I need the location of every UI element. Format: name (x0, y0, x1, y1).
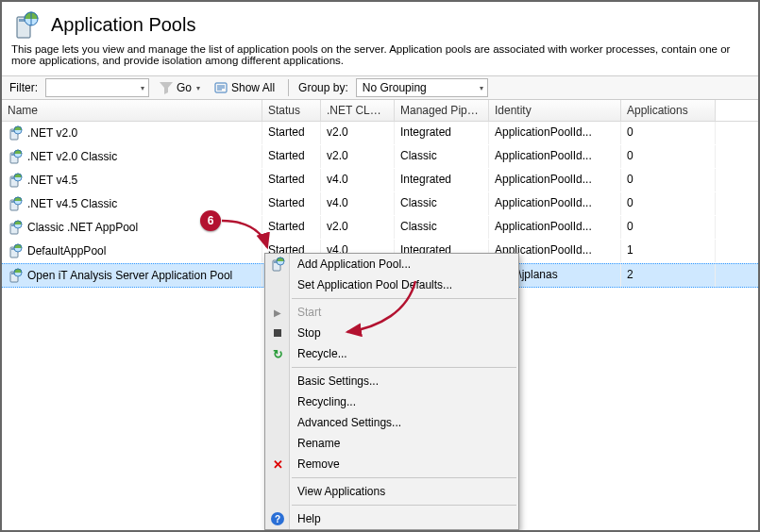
cell-clr: v2.0 (321, 145, 395, 168)
help-icon: ? (270, 511, 285, 526)
show-all-button[interactable]: Show All (210, 79, 279, 96)
col-header-name[interactable]: Name (2, 100, 262, 121)
cell-pipe: Classic (395, 192, 489, 215)
recycle-icon: ↻ (270, 346, 285, 361)
menu-item-advanced-settings[interactable]: Advanced Settings... (265, 412, 518, 433)
cell-apps: 1 (621, 240, 716, 262)
cell-name: .NET v4.5 Classic (27, 197, 117, 210)
show-all-icon (213, 80, 228, 95)
col-header-ident[interactable]: Identity (489, 100, 621, 121)
menu-item-start: ▶Start (265, 302, 518, 323)
menu-item-remove[interactable]: ✕Remove (265, 454, 518, 474)
cell-pipe: Integrated (395, 122, 489, 144)
cell-name: Open iT Analysis Server Application Pool (27, 269, 232, 282)
add-pool-icon (270, 257, 285, 272)
chevron-down-icon: ▾ (141, 84, 144, 92)
cell-name: DefaultAppPool (27, 244, 106, 258)
page-header: Application Pools (2, 2, 758, 43)
table-row[interactable]: .NET v4.5 ClassicStartedv4.0ClassicAppli… (2, 192, 758, 216)
play-icon: ▶ (270, 305, 285, 320)
menu-item-label: Set Application Pool Defaults... (297, 278, 452, 291)
funnel-icon (159, 80, 174, 95)
table-row[interactable]: .NET v2.0Startedv2.0IntegratedApplicatio… (2, 122, 758, 145)
context-menu: Add Application Pool...Set Application P… (264, 253, 519, 530)
cell-name: .NET v2.0 (27, 126, 77, 140)
menu-item-recycling[interactable]: Recycling... (265, 391, 518, 412)
menu-item-label: Add Application Pool... (297, 258, 411, 271)
cell-apps: 0 (621, 169, 716, 191)
grid-header-row: Name Status .NET CLR V... Managed Pipel.… (2, 100, 758, 122)
cell-status: Started (262, 122, 321, 144)
app-pool-icon (8, 243, 23, 258)
menu-item-set-application-pool-defaults[interactable]: Set Application Pool Defaults... (265, 274, 518, 295)
page-title: Application Pools (51, 14, 195, 36)
cell-apps: 2 (621, 264, 716, 287)
col-header-clr[interactable]: .NET CLR V... (321, 100, 395, 121)
cell-pipe: Classic (395, 145, 489, 168)
app-pools-header-icon (11, 9, 42, 40)
col-header-pipe[interactable]: Managed Pipel... (395, 100, 489, 121)
menu-item-label: Remove (297, 457, 340, 471)
cell-name: .NET v2.0 Classic (27, 150, 117, 163)
cell-clr: v2.0 (321, 216, 395, 239)
cell-clr: v4.0 (321, 192, 395, 215)
menu-item-label: Advanced Settings... (297, 416, 401, 429)
cell-identity: ApplicationPoolId... (489, 169, 621, 191)
go-button[interactable]: Go ▾ (155, 79, 204, 96)
app-pool-icon (8, 149, 23, 164)
menu-item-rename[interactable]: Rename (265, 433, 518, 454)
group-by-label: Group by: (298, 81, 348, 94)
menu-item-basic-settings[interactable]: Basic Settings... (265, 371, 518, 391)
filter-label: Filter: (9, 81, 38, 94)
cell-identity: ApplicationPoolId... (489, 145, 621, 168)
annotation-badge-6: 6 (200, 210, 221, 231)
filter-input[interactable]: ▾ (45, 78, 149, 97)
app-pool-icon (8, 125, 23, 141)
cell-identity: ApplicationPoolId... (489, 192, 621, 215)
cell-clr: v4.0 (321, 169, 395, 191)
app-pool-icon (8, 220, 23, 235)
menu-item-label: Recycle... (297, 347, 347, 360)
cell-apps: 0 (621, 122, 716, 144)
app-pool-icon (8, 173, 23, 188)
chevron-down-icon: ▾ (196, 84, 200, 92)
remove-icon: ✕ (270, 457, 285, 472)
menu-item-label: Stop (297, 326, 321, 340)
menu-item-label: Basic Settings... (297, 374, 379, 388)
filter-toolbar: Filter: ▾ Go ▾ Show All Group by: No Gro… (2, 75, 758, 100)
page-description: This page lets you view and manage the l… (2, 43, 758, 75)
cell-apps: 0 (621, 192, 716, 215)
cell-status: Started (262, 145, 321, 168)
menu-item-label: Help (297, 512, 321, 525)
menu-item-recycle[interactable]: ↻Recycle... (265, 343, 518, 364)
menu-item-label: Rename (297, 437, 340, 450)
cell-name: .NET v4.5 (27, 174, 77, 187)
chevron-down-icon: ▾ (480, 84, 483, 92)
menu-item-label: Recycling... (297, 395, 356, 408)
cell-apps: 0 (621, 145, 716, 168)
cell-name: Classic .NET AppPool (27, 221, 138, 234)
menu-item-stop[interactable]: Stop (265, 323, 518, 343)
group-by-select[interactable]: No Grouping ▾ (356, 78, 488, 97)
cell-identity: ApplicationPoolId... (489, 216, 621, 239)
menu-item-label: View Applications (297, 485, 385, 498)
table-row[interactable]: .NET v2.0 ClassicStartedv2.0ClassicAppli… (2, 145, 758, 169)
table-row[interactable]: .NET v4.5Startedv4.0IntegratedApplicatio… (2, 169, 758, 192)
menu-item-label: Start (297, 306, 321, 319)
cell-identity: ApplicationPoolId... (489, 122, 621, 144)
stop-icon (270, 325, 285, 341)
table-row[interactable]: Classic .NET AppPoolStartedv2.0ClassicAp… (2, 216, 758, 240)
menu-item-view-applications[interactable]: View Applications (265, 481, 518, 502)
col-header-status[interactable]: Status (262, 100, 321, 121)
cell-apps: 0 (621, 216, 716, 239)
menu-item-help[interactable]: ?Help (265, 508, 518, 529)
cell-pipe: Classic (395, 216, 489, 239)
cell-status: Started (262, 192, 321, 215)
cell-clr: v2.0 (321, 122, 395, 144)
col-header-apps[interactable]: Applications (621, 100, 716, 121)
app-pool-icon (8, 268, 23, 283)
menu-item-add-application-pool[interactable]: Add Application Pool... (265, 254, 518, 274)
cell-status: Started (262, 169, 321, 191)
app-pool-icon (8, 196, 23, 211)
cell-status: Started (262, 216, 321, 239)
